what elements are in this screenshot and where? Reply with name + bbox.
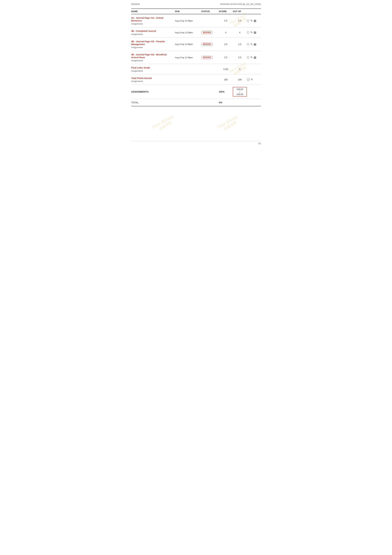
watermark-right: Your Essay 论语代写	[216, 114, 241, 134]
table-row: 4B - Journal Page #15 - Parasite Managem…	[131, 38, 261, 51]
due-date: Aug 12 by 11:59pm	[175, 20, 201, 22]
score-value: 100	[219, 78, 233, 81]
reply-icon[interactable]: ⬡	[247, 31, 249, 34]
score-value: 0 (A)	[219, 68, 233, 70]
table-row: 4A - Journal Page #14 - Animal Behaviors…	[131, 14, 261, 27]
out-of-value: 4	[233, 31, 247, 34]
out-of-value: 0	[233, 68, 247, 70]
list-icon[interactable]: ▦	[254, 43, 256, 46]
col-score: SCORE	[219, 10, 233, 13]
total-percentage: 0%	[219, 101, 233, 104]
assignments-label: ASSIGNMENTS	[131, 90, 175, 93]
col-name: NAME	[131, 10, 175, 13]
reply-icon[interactable]: ⬡	[247, 43, 249, 46]
due-date: Aug 14 by 11:59pm	[175, 43, 201, 45]
assignment-title[interactable]: 4B - Journal Page #15 - Parasite Managem…	[131, 40, 173, 46]
row-name: 4A - Journal Page #14 - Animal Behaviors…	[131, 16, 175, 25]
score-value: 2.5	[219, 20, 233, 22]
out-of-value: 2.5	[233, 20, 247, 22]
total-label: TOTAL	[131, 101, 175, 104]
watermark-left: Your Essay 论语代写	[151, 114, 176, 134]
out-of-value: 2.5	[233, 56, 247, 59]
table-row: Total Points Earned Assignments 100 100 …	[131, 74, 261, 85]
action-icons[interactable]: ⬡ ✎ ▦	[247, 56, 261, 59]
action-icons[interactable]: ⬡ ✎ ▦	[247, 43, 261, 46]
status-cell: MISSING	[201, 56, 219, 59]
assignment-category: Assignments	[131, 23, 173, 25]
score-divider: /	[234, 90, 245, 93]
action-icons[interactable]: ⬡ ✎ ▦	[247, 31, 261, 34]
row-name: 4B - Completed Journal Assignments	[131, 29, 175, 35]
score-value: 2.5	[219, 43, 233, 45]
table-header: NAME DUE STATUS SCORE OUT OF	[131, 8, 261, 14]
assignment-category: Assignments	[131, 46, 173, 49]
date-label: 2020/8/30	[131, 3, 140, 5]
status-cell: MISSING	[201, 31, 219, 34]
status-cell: MISSING	[201, 43, 219, 46]
edit-icon[interactable]: ✎	[250, 56, 253, 59]
out-of-value: 100	[233, 78, 247, 81]
col-status: STATUS	[201, 10, 219, 13]
row-name: Total Points Earned Assignments	[131, 77, 175, 82]
due-date: Aug 14 by 11:59pm	[175, 56, 201, 59]
col-actions	[247, 10, 261, 13]
score-denominator: 100.00	[234, 93, 245, 95]
assignment-category: Assignments	[131, 59, 173, 62]
edit-icon[interactable]: ✎	[251, 78, 253, 81]
assignment-title[interactable]: 4B - Journal Page #16 - Beneficial Anima…	[131, 53, 173, 59]
status-badge: MISSING	[201, 31, 213, 34]
row-name: 4B - Journal Page #16 - Beneficial Anima…	[131, 53, 175, 62]
score-numerator: 100.00	[234, 88, 245, 90]
watermark-line2: 论语代写	[231, 16, 249, 29]
edit-icon[interactable]: ✎	[250, 43, 253, 46]
status-badge: MISSING	[201, 56, 213, 59]
page-header: 2020/8/30 `EHAVIOR & EVOLUTION (BI_102_0…	[131, 3, 261, 5]
action-icons[interactable]: i ✎	[247, 78, 261, 81]
col-due: DUE	[175, 10, 201, 13]
action-icons[interactable]: ⬡ ✎ ▦	[247, 19, 261, 22]
watermark-line1: Your Essay	[228, 13, 247, 25]
list-icon[interactable]: ▦	[254, 19, 256, 22]
list-icon[interactable]: ▦	[254, 31, 256, 34]
assignment-title[interactable]: 4B - Completed Journal	[131, 29, 173, 32]
assignment-title[interactable]: 4A - Journal Page #14 - Animal Behaviors	[131, 16, 173, 22]
assignment-category: Assignments	[131, 80, 173, 82]
status-badge: MISSING	[201, 43, 213, 46]
list-icon[interactable]: ▦	[254, 56, 256, 59]
assignments-pct: 100%	[219, 90, 233, 93]
row-name: 4B - Journal Page #15 - Parasite Managem…	[131, 40, 175, 49]
table-row: 4B - Completed Journal Assignments Aug 1…	[131, 27, 261, 38]
out-of-value: 2.5	[233, 43, 247, 45]
reply-icon[interactable]: ⬡	[247, 19, 249, 22]
edit-icon[interactable]: ✎	[250, 19, 253, 22]
info-icon[interactable]: i	[247, 78, 250, 81]
score-value: 4	[219, 31, 233, 34]
due-date: Aug 14 by 11:59pm	[175, 31, 201, 34]
footer-right: 3/3	[258, 143, 261, 145]
score-box: 100.00 / 100.00	[233, 87, 247, 96]
table-row: Final Letter Grade Assignments 0 (A) 0 Y…	[131, 64, 261, 74]
edit-icon[interactable]: ✎	[250, 31, 253, 34]
row-name: Final Letter Grade Assignments	[131, 66, 175, 72]
table-row: 4B - Journal Page #16 - Beneficial Anima…	[131, 51, 261, 64]
col-out-of: OUT OF	[233, 10, 247, 13]
assignment-category: Assignments	[131, 33, 173, 36]
assignments-score-box: 100.00 / 100.00	[233, 87, 247, 96]
reply-icon[interactable]: ⬡	[247, 56, 249, 59]
course-label: `EHAVIOR & EVOLUTION (BI_102_001_U2020)	[220, 3, 261, 5]
score-value: 2.5	[219, 56, 233, 59]
assignment-category: Assignments	[131, 70, 173, 72]
page-footer: 3/3	[131, 141, 261, 145]
bottom-watermarks: Your Essay 论语代写 Your Essay 论语代写	[131, 119, 261, 128]
assignment-title[interactable]: Final Letter Grade	[131, 66, 173, 69]
assignment-title[interactable]: Total Points Earned	[131, 77, 173, 80]
assignments-summary-row: ASSIGNMENTS 100% 100.00 / 100.00	[131, 85, 261, 99]
total-row: TOTAL 0%	[131, 99, 261, 106]
